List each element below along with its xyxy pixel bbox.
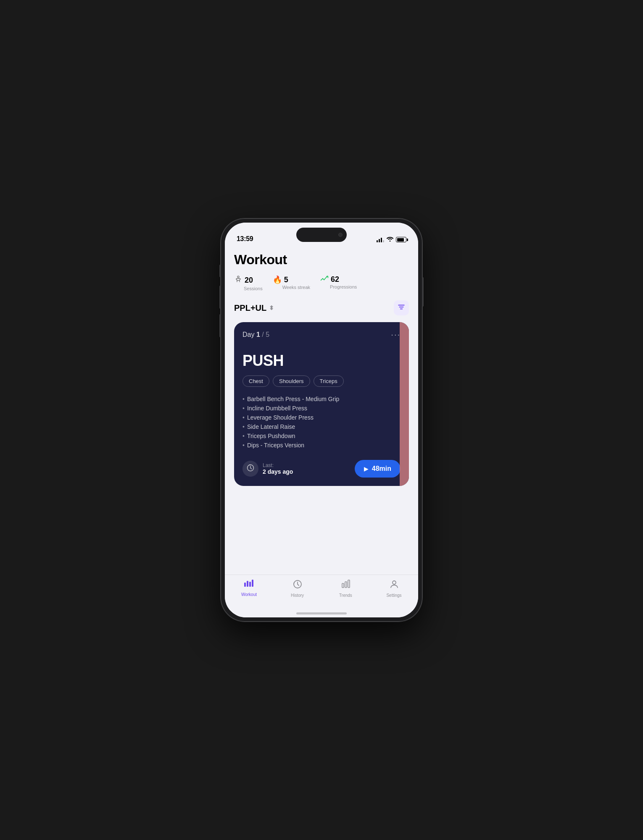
clock-icon	[246, 464, 255, 474]
exercise-item: • Side Lateral Raise	[242, 422, 401, 431]
nav-trends[interactable]: Trends	[333, 579, 358, 598]
next-card-peek	[400, 322, 409, 486]
battery-icon	[396, 237, 406, 242]
phone-screen: 13:59	[225, 223, 418, 617]
filter-button[interactable]	[394, 300, 409, 315]
last-session: Last: 2 days ago	[242, 461, 293, 477]
workout-name: PUSH	[242, 352, 401, 370]
svg-rect-3	[247, 581, 248, 587]
home-indicator	[225, 609, 418, 617]
play-icon: ▶	[364, 465, 369, 472]
history-nav-icon	[293, 579, 303, 592]
streak-icon: 🔥	[273, 275, 282, 284]
card-footer: Last: 2 days ago ▶ 48min	[242, 460, 401, 478]
exercise-item: • Leverage Shoulder Press	[242, 413, 401, 422]
status-time: 13:59	[237, 235, 253, 243]
signal-icon	[377, 237, 384, 242]
day-label: Day 1 / 5	[242, 331, 269, 339]
muscle-tags: Chest Shoulders Triceps	[242, 375, 401, 387]
stat-streak: 🔥 5 Weeks streak	[273, 275, 310, 291]
svg-point-10	[393, 581, 396, 584]
status-icons	[377, 236, 406, 243]
workout-card[interactable]: Day 1 / 5 ··· PUSH Chest Shoulders Trice…	[234, 322, 409, 486]
streak-value: 5	[284, 276, 288, 284]
nav-history-label: History	[291, 593, 304, 598]
sessions-label: Sessions	[234, 286, 263, 291]
last-label: Last:	[263, 462, 293, 468]
exercise-item: • Barbell Bench Press - Medium Grip	[242, 394, 401, 404]
sessions-icon	[234, 275, 242, 286]
stat-progressions: 62 Progressions	[320, 275, 357, 291]
svg-point-0	[237, 276, 239, 278]
program-selector: PPL+UL ⬍	[234, 300, 409, 315]
card-header: Day 1 / 5 ···	[242, 330, 401, 339]
nav-history[interactable]: History	[285, 579, 310, 598]
filter-icon	[398, 303, 405, 312]
mute-button	[219, 265, 221, 277]
svg-rect-9	[348, 580, 350, 588]
stat-sessions: 20 Sessions	[234, 275, 263, 291]
exercise-item: • Dips - Triceps Version	[242, 441, 401, 450]
volume-down-button	[219, 314, 221, 337]
day-number: 1	[256, 331, 260, 338]
muscle-tag-triceps: Triceps	[314, 375, 344, 387]
muscle-tag-chest: Chest	[242, 375, 269, 387]
volume-up-button	[219, 286, 221, 309]
nav-workout-label: Workout	[241, 592, 257, 597]
trends-nav-icon	[341, 579, 351, 592]
power-button	[422, 277, 424, 307]
nav-settings-label: Settings	[386, 593, 401, 598]
streak-label: Weeks streak	[273, 285, 310, 290]
wifi-icon	[387, 236, 393, 243]
svg-rect-8	[345, 582, 347, 588]
svg-rect-5	[252, 580, 253, 587]
nav-settings[interactable]: Settings	[382, 579, 407, 598]
exercise-list: • Barbell Bench Press - Medium Grip • In…	[242, 394, 401, 450]
program-name[interactable]: PPL+UL ⬍	[234, 303, 274, 313]
program-chevron-icon: ⬍	[269, 304, 274, 311]
nav-workout[interactable]: Workout	[237, 579, 262, 597]
progressions-value: 62	[331, 275, 339, 284]
progressions-icon	[320, 275, 329, 284]
clock-icon-circle	[242, 461, 258, 477]
svg-rect-2	[244, 583, 246, 587]
day-total: 5	[266, 331, 269, 338]
workout-nav-icon	[244, 579, 255, 591]
page-title: Workout	[234, 252, 409, 268]
phone-frame: 13:59	[221, 218, 422, 622]
muscle-tag-shoulders: Shoulders	[273, 375, 310, 387]
stats-row: 20 Sessions 🔥 5 Weeks streak	[234, 275, 409, 291]
dynamic-island	[296, 228, 347, 242]
day-total-separator: /	[260, 331, 266, 338]
exercise-item: • Triceps Pushdown	[242, 431, 401, 441]
sessions-value: 20	[245, 276, 253, 285]
settings-nav-icon	[389, 579, 399, 592]
progressions-label: Progressions	[320, 284, 357, 289]
last-value: 2 days ago	[263, 468, 293, 475]
bottom-nav: Workout History	[225, 575, 418, 609]
svg-rect-7	[342, 583, 344, 588]
start-workout-button[interactable]: ▶ 48min	[355, 460, 401, 478]
svg-rect-4	[249, 582, 251, 587]
nav-trends-label: Trends	[339, 593, 352, 598]
more-options-button[interactable]: ···	[391, 330, 401, 339]
main-content: Workout 20	[225, 245, 418, 575]
start-label: 48min	[372, 465, 391, 472]
exercise-item: • Incline Dumbbell Press	[242, 404, 401, 413]
camera-dot	[338, 233, 343, 237]
